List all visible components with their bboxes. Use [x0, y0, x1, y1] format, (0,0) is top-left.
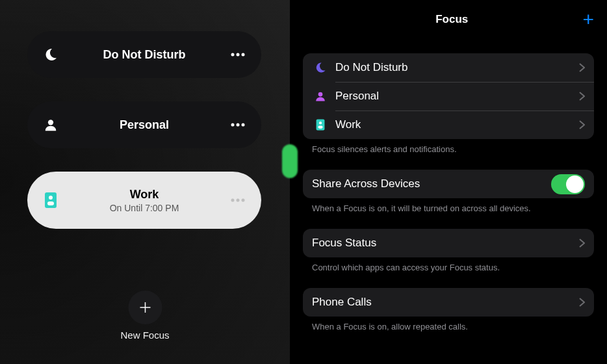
svg-point-2 — [242, 53, 245, 57]
badge-icon — [312, 118, 329, 131]
focus-pill-dnd[interactable]: Do Not Disturb — [27, 31, 261, 78]
chevron-right-icon — [579, 298, 585, 307]
svg-point-17 — [319, 122, 322, 124]
pill-label-wrap: Do Not Disturb — [60, 48, 229, 62]
pill-title: Personal — [120, 118, 169, 132]
focus-list-group: Do Not Disturb Personal Work — [303, 53, 594, 139]
pill-title: Do Not Disturb — [103, 48, 186, 62]
new-focus-label: New Focus — [120, 330, 169, 341]
row-label: Personal — [335, 90, 579, 103]
row-do-not-disturb[interactable]: Do Not Disturb — [303, 53, 594, 82]
row-work[interactable]: Work — [303, 110, 594, 139]
row-label: Work — [335, 118, 579, 131]
new-focus-button[interactable]: New Focus — [120, 291, 169, 341]
moon-icon — [312, 61, 329, 74]
notification-glow — [282, 144, 298, 178]
row-share-across-devices[interactable]: Share Across Devices — [303, 170, 594, 198]
row-label: Share Across Devices — [312, 177, 551, 190]
more-icon[interactable] — [229, 46, 247, 64]
svg-rect-7 — [45, 192, 57, 208]
status-group: Focus Status — [303, 229, 594, 257]
svg-point-1 — [237, 53, 240, 57]
settings-focus-pane: Focus + Do Not Disturb Personal Work Foc… — [290, 0, 607, 364]
chevron-right-icon — [579, 239, 585, 248]
focus-list-footer: Focus silences alerts and notifications. — [303, 139, 594, 154]
pill-label-wrap: Work On Until 7:00 PM — [60, 188, 229, 213]
chevron-right-icon — [579, 92, 585, 101]
row-phone-calls[interactable]: Phone Calls — [303, 288, 594, 317]
row-label: Do Not Disturb — [335, 61, 579, 74]
phone-footer: When a Focus is on, allow repeated calls… — [303, 317, 594, 332]
header: Focus + — [303, 5, 594, 34]
svg-rect-16 — [316, 119, 325, 130]
svg-point-3 — [48, 120, 53, 125]
more-icon[interactable] — [229, 191, 247, 209]
badge-icon — [42, 191, 60, 209]
pill-subtitle: On Until 7:00 PM — [110, 203, 179, 213]
svg-rect-18 — [318, 125, 322, 128]
page-title: Focus — [435, 13, 468, 26]
row-label: Focus Status — [312, 237, 579, 250]
phone-group: Phone Calls — [303, 288, 594, 317]
svg-point-4 — [231, 124, 235, 127]
focus-pill-work[interactable]: Work On Until 7:00 PM — [27, 172, 261, 229]
svg-point-5 — [237, 124, 240, 127]
svg-point-12 — [242, 199, 245, 202]
more-icon[interactable] — [229, 116, 247, 134]
svg-point-8 — [49, 196, 53, 200]
share-footer: When a Focus is on, it will be turned on… — [303, 198, 594, 213]
svg-point-0 — [231, 53, 235, 57]
moon-icon — [42, 46, 60, 64]
pill-label-wrap: Personal — [60, 118, 229, 132]
chevron-right-icon — [579, 120, 585, 129]
chevron-right-icon — [579, 63, 585, 72]
focus-popover: Do Not Disturb Personal Work On Until 7:… — [0, 0, 290, 364]
svg-point-6 — [242, 124, 245, 127]
share-toggle[interactable] — [551, 174, 585, 194]
person-icon — [42, 116, 60, 134]
focus-pill-personal[interactable]: Personal — [27, 101, 261, 148]
pill-title: Work — [130, 188, 159, 202]
row-personal[interactable]: Personal — [303, 82, 594, 110]
add-focus-button[interactable]: + — [582, 10, 594, 29]
svg-point-10 — [231, 199, 235, 202]
svg-rect-9 — [47, 202, 54, 205]
svg-point-15 — [318, 92, 323, 97]
row-focus-status[interactable]: Focus Status — [303, 229, 594, 257]
svg-point-11 — [237, 199, 240, 202]
share-group: Share Across Devices — [303, 170, 594, 198]
plus-icon — [128, 291, 162, 324]
row-label: Phone Calls — [312, 296, 579, 309]
status-footer: Control which apps can access your Focus… — [303, 257, 594, 272]
person-icon — [312, 90, 329, 102]
